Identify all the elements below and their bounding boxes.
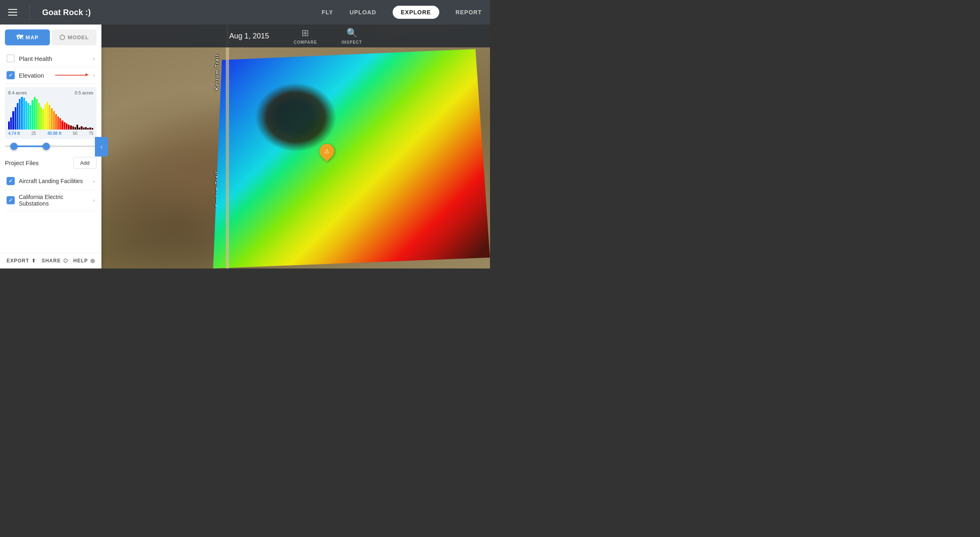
nav-explore[interactable]: EXPLORE	[393, 6, 439, 19]
histogram-bar	[17, 103, 18, 130]
histogram-right-acres: 0.5 acres	[75, 90, 93, 95]
project-files-title: Project Files	[5, 159, 39, 166]
elevation-slider[interactable]	[5, 145, 97, 147]
sidebar-footer: EXPORT ⬆ SHARE ⬡ HELP ◎	[0, 253, 101, 268]
inspect-label: INSPECT	[342, 40, 362, 45]
histogram-bar	[25, 101, 27, 130]
share-label: SHARE	[42, 258, 61, 264]
elevation-chevron-icon: ›	[93, 72, 95, 78]
histogram-bar	[43, 109, 44, 130]
nav-upload[interactable]: UPLOAD	[350, 9, 376, 16]
inspect-icon: 🔍	[346, 28, 357, 38]
elevation-checkbox[interactable]: ✓	[7, 71, 15, 79]
app-title: Goat Rock :)	[42, 8, 313, 17]
histogram-bar	[64, 122, 65, 130]
add-project-file-button[interactable]: Add	[73, 157, 97, 169]
histogram-labels: 8.4 acres 0.5 acres	[8, 90, 93, 95]
histogram-bar	[23, 98, 25, 130]
nav-fly[interactable]: FLY	[321, 9, 333, 16]
map-icon: 🗺	[16, 34, 23, 41]
histogram-bar	[21, 97, 22, 130]
histogram-bar	[29, 105, 31, 130]
slider-fill	[14, 145, 46, 147]
checkmark-icon: ✓	[9, 178, 13, 184]
plant-health-label: Plant Health	[19, 55, 89, 62]
aircraft-label: Aircraft Landing Facilities	[19, 178, 89, 184]
help-button[interactable]: HELP ◎	[73, 258, 95, 264]
export-label: EXPORT	[7, 258, 29, 264]
slider-thumb-right[interactable]	[43, 143, 50, 150]
slider-container	[0, 142, 101, 152]
compare-tool[interactable]: ⊞ COMPARE	[294, 28, 317, 45]
histogram-axis: 4.74 ft 25 40.98 ft 50 75	[8, 131, 93, 136]
layer-item-plant-health[interactable]: Plant Health ›	[5, 50, 97, 67]
histogram-bar	[40, 107, 42, 130]
nav-report[interactable]: REPORT	[456, 9, 482, 16]
location-pin[interactable]: ⚠	[319, 144, 334, 159]
road-line	[226, 25, 229, 268]
histogram-left-acres: 8.4 acres	[8, 90, 27, 95]
plant-health-chevron-icon: ›	[93, 55, 95, 62]
inspect-tool[interactable]: 🔍 INSPECT	[342, 28, 362, 45]
histogram-bar	[36, 99, 38, 130]
model-icon: ⬡	[59, 34, 65, 41]
axis-mid-ft: 40.98 ft	[47, 131, 61, 136]
pin-inner-icon: ⚠	[324, 148, 330, 154]
collapse-sidebar-button[interactable]: ‹	[95, 137, 108, 157]
collapse-arrow-icon: ‹	[101, 143, 103, 150]
aircraft-chevron-icon: ›	[93, 178, 95, 184]
tab-model[interactable]: ⬡ MODEL	[52, 29, 97, 45]
main-layout: 🗺 MAP ⬡ MODEL Plant Health › ✓	[0, 25, 490, 268]
elevation-row: Elevation	[19, 72, 89, 79]
histogram-bar	[70, 125, 72, 130]
histogram: 8.4 acres 0.5 acres 4.74 ft 25 40.98 ft …	[5, 87, 97, 139]
histogram-bar	[10, 117, 12, 130]
aircraft-checkbox[interactable]: ✓	[7, 177, 15, 185]
export-icon: ⬆	[31, 258, 36, 264]
histogram-bar	[49, 105, 50, 130]
view-tab-group: 🗺 MAP ⬡ MODEL	[5, 29, 97, 45]
map-header: Aug 1, 2015 ⊞ COMPARE 🔍 INSPECT	[101, 25, 490, 47]
axis-25: 25	[31, 131, 36, 136]
histogram-bar	[27, 103, 29, 130]
histogram-bar	[76, 125, 78, 130]
histogram-bar	[8, 121, 10, 130]
axis-min-ft: 4.74 ft	[8, 131, 20, 136]
histogram-bar	[59, 118, 61, 130]
tab-model-label: MODEL	[68, 34, 89, 40]
elevation-arrow-icon	[55, 75, 88, 76]
compare-icon: ⊞	[301, 28, 309, 38]
map-area[interactable]: Kortum Trail Kortum Trail ⚠ Aug 1, 2015 …	[101, 25, 490, 268]
california-chevron-icon: ›	[93, 197, 95, 204]
histogram-bar	[19, 99, 20, 130]
histogram-bar	[31, 100, 33, 130]
histogram-bar	[38, 103, 40, 130]
histogram-bar	[87, 128, 89, 130]
layer-item-elevation[interactable]: ✓ Elevation ›	[5, 67, 97, 84]
project-files-header: Project Files Add	[5, 157, 97, 169]
histogram-bar	[66, 123, 67, 130]
plant-health-checkbox[interactable]	[7, 54, 15, 63]
tab-map[interactable]: 🗺 MAP	[5, 29, 50, 45]
histogram-bar	[89, 128, 91, 130]
axis-50: 50	[73, 131, 77, 136]
project-item-california[interactable]: ✓ California Electric Substations ›	[5, 190, 97, 211]
rock-feature	[255, 83, 337, 152]
share-button[interactable]: SHARE ⬡	[42, 258, 68, 264]
histogram-bar	[74, 127, 76, 130]
menu-button[interactable]	[8, 9, 17, 16]
export-button[interactable]: EXPORT ⬆	[7, 258, 36, 264]
project-item-aircraft[interactable]: ✓ Aircraft Landing Facilities ›	[5, 173, 97, 190]
histogram-bar	[72, 126, 74, 130]
california-checkbox[interactable]: ✓	[7, 196, 15, 204]
main-nav: FLY UPLOAD EXPLORE REPORT	[321, 6, 482, 19]
histogram-bar	[57, 116, 59, 130]
histogram-bar	[68, 125, 70, 130]
compare-label: COMPARE	[294, 40, 317, 45]
share-icon: ⬡	[63, 258, 68, 264]
histogram-bar	[51, 108, 52, 130]
trail-label-1: Kortum Trail	[214, 54, 219, 90]
slider-thumb-left[interactable]	[10, 143, 18, 150]
histogram-chart	[8, 97, 93, 130]
axis-75: 75	[89, 131, 93, 136]
